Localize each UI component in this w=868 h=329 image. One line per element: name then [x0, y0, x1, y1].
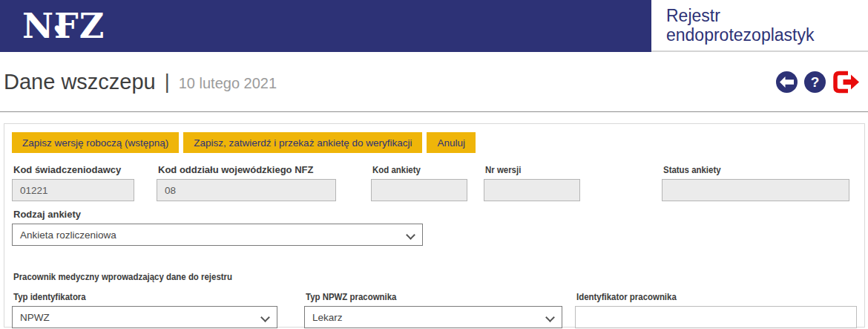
- save-draft-button[interactable]: Zapisz wersję roboczą (wstępną): [12, 132, 179, 153]
- id-type-select[interactable]: NPWZ: [12, 306, 277, 328]
- worker-section-heading: Pracownik medyczny wprowadzający dane do…: [13, 271, 857, 282]
- nfz-logo: NFZ ♥: [22, 9, 105, 43]
- page-title: Dane wszczepu: [4, 70, 156, 94]
- form-panel: Zapisz wersję roboczą (wstępną) Zapisz, …: [4, 123, 865, 328]
- field-typ-npwz: Typ NPWZ pracownika Lekarz: [304, 291, 562, 328]
- help-button[interactable]: ?: [804, 71, 826, 93]
- field-label: Typ NPWZ pracownika: [306, 291, 562, 302]
- field-nr-wersji: Nr wersji: [484, 164, 580, 201]
- back-arrow-icon: [776, 71, 798, 93]
- field-rodzaj-ankiety: Rodzaj ankiety Ankieta rozliczeniowa: [12, 209, 857, 246]
- page-heading-row: Dane wszczepu | 10 lutego 2021 ?: [0, 52, 868, 111]
- field-identyfikator-pracownika: Identyfikator pracownika: [575, 291, 857, 328]
- heart-icon: ♥: [53, 24, 67, 38]
- header-actions: ?: [776, 71, 861, 94]
- kod-ankiety-input: [371, 179, 467, 201]
- field-label: Status ankiety: [663, 164, 849, 175]
- kod-oddzialu-input: [157, 179, 336, 201]
- id-type-value: NPWZ: [20, 312, 50, 323]
- field-label: Nr wersji: [485, 164, 580, 175]
- survey-type-value: Ankieta rozliczeniowa: [20, 229, 116, 241]
- cancel-button[interactable]: Anuluj: [427, 132, 476, 153]
- app-title-line2: endoprotezoplastyk: [666, 25, 868, 45]
- field-label: Rodzaj ankiety: [13, 209, 857, 220]
- field-label: Kod ankiety: [372, 164, 467, 175]
- npwz-type-select[interactable]: Lekarz: [304, 306, 562, 328]
- survey-type-select[interactable]: Ankieta rozliczeniowa: [12, 224, 423, 246]
- nr-wersji-input: [484, 179, 580, 201]
- save-submit-button[interactable]: Zapisz, zatwierdź i przekaż ankietę do w…: [183, 132, 422, 153]
- page-date: 10 lutego 2021: [179, 71, 277, 92]
- chevron-down-icon: [406, 230, 415, 240]
- question-mark-icon: ?: [804, 71, 826, 93]
- survey-meta-row: Kod świadczeniodawcy Kod oddziału wojewó…: [12, 164, 857, 201]
- app-title: Rejestr endoprotezoplastyk: [651, 0, 868, 52]
- field-label: Identyfikator pracownika: [576, 291, 857, 302]
- page: NFZ ♥ Rejestr endoprotezoplastyk Dane ws…: [0, 0, 868, 329]
- chevron-down-icon: [545, 313, 555, 322]
- toolbar: Zapisz wersję roboczą (wstępną) Zapisz, …: [12, 132, 857, 153]
- kod-swiadczeniodawcy-input: [12, 179, 134, 201]
- back-button[interactable]: [776, 71, 798, 93]
- divider: [0, 111, 868, 112]
- field-label: Kod świadczeniodawcy: [13, 164, 134, 175]
- top-header: NFZ ♥ Rejestr endoprotezoplastyk: [0, 0, 868, 52]
- app-title-line1: Rejestr: [666, 6, 868, 25]
- worker-row: Typ identyfikatora NPWZ Typ NPWZ pracown…: [12, 291, 857, 328]
- field-status-ankiety: Status ankiety: [662, 164, 849, 201]
- chevron-down-icon: [260, 313, 270, 322]
- logout-button[interactable]: [832, 71, 861, 94]
- field-kod-ankiety: Kod ankiety: [371, 164, 467, 201]
- logout-icon: [832, 71, 861, 94]
- brand-bar: NFZ ♥: [0, 0, 651, 52]
- field-kod-oddzialu: Kod oddziału wojewódzkiego NFZ: [157, 164, 336, 201]
- field-typ-identyfikatora: Typ identyfikatora NPWZ: [12, 291, 277, 328]
- title-separator: |: [165, 71, 170, 94]
- field-label: Kod oddziału wojewódzkiego NFZ: [158, 164, 336, 175]
- worker-id-input[interactable]: [575, 306, 857, 328]
- field-kod-swiadczeniodawcy: Kod świadczeniodawcy: [12, 164, 134, 201]
- field-label: Typ identyfikatora: [13, 291, 277, 302]
- npwz-type-value: Lekarz: [312, 312, 343, 323]
- status-ankiety-input: [662, 179, 849, 201]
